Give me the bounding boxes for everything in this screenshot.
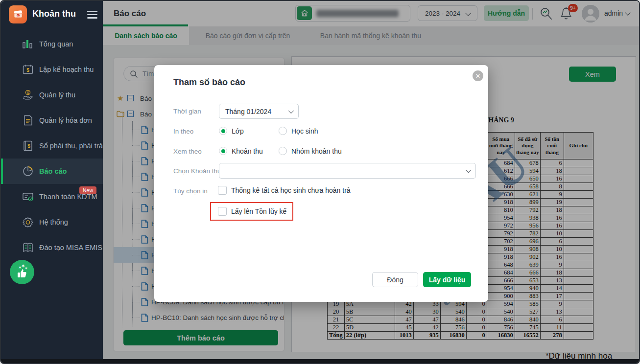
sidebar-item-2[interactable]: $Lập kế hoạch thu bbox=[1, 57, 103, 82]
sidebar-item-6[interactable]: Báo cáo bbox=[1, 159, 103, 184]
sidebar-item-3[interactable]: $Quản lý thu bbox=[1, 82, 103, 108]
time-select-value: Tháng 01/2024 bbox=[225, 108, 271, 115]
sidebar: $ Khoản thu Tổng quan$Lập kế hoạch thu$Q… bbox=[1, 1, 103, 364]
sidebar-header: $ Khoản thu bbox=[1, 1, 103, 28]
sidebar-item-8[interactable]: Hệ thống bbox=[1, 209, 103, 235]
radio-view-by-fee-group[interactable] bbox=[279, 147, 287, 155]
reward-thumbs-up-icon[interactable]: ✶ ✶ ✶ bbox=[10, 260, 34, 284]
time-select[interactable]: Tháng 01/2024 bbox=[219, 104, 299, 119]
radio-print-by-class-label[interactable]: Lớp bbox=[232, 127, 244, 135]
pie-chart-icon bbox=[22, 165, 34, 178]
ledger-icon: $ bbox=[22, 139, 34, 152]
chevron-down-icon bbox=[466, 167, 471, 173]
fee-select[interactable] bbox=[219, 163, 476, 179]
radio-view-by-fee-group-label[interactable]: Nhóm khoản thu bbox=[291, 147, 342, 155]
close-button[interactable]: Đóng bbox=[372, 272, 418, 287]
new-badge: New bbox=[79, 186, 96, 194]
fee-select-label: Chọn Khoản thu bbox=[173, 167, 221, 175]
sidebar-item-label: Tổng quan bbox=[39, 40, 73, 48]
app-window: $ Khoản thu Tổng quan$Lập kế hoạch thu$Q… bbox=[0, 0, 640, 364]
sidebar-item-label: Hệ thống bbox=[39, 218, 68, 226]
sidebar-item-label: Quản lý thu bbox=[39, 91, 75, 99]
hand-money-icon: $ bbox=[22, 89, 34, 101]
radio-print-by-class[interactable] bbox=[219, 127, 227, 135]
app-logo-icon: $ bbox=[9, 5, 27, 23]
training-book-icon bbox=[22, 241, 34, 254]
svg-text:$: $ bbox=[27, 91, 29, 94]
time-label: Thời gian bbox=[173, 108, 201, 115]
sidebar-item-label: Báo cáo bbox=[39, 167, 67, 175]
print-options-label: Tùy chọn in bbox=[173, 187, 208, 195]
svg-text:$: $ bbox=[27, 143, 30, 149]
red-highlight-annotation bbox=[210, 202, 293, 221]
hamburger-menu-icon[interactable] bbox=[87, 11, 97, 19]
gear-icon bbox=[22, 216, 34, 228]
close-icon[interactable]: ✕ bbox=[473, 70, 483, 81]
checkbox-all-unpaid-students[interactable] bbox=[218, 186, 227, 195]
window-bottom-strip bbox=[1, 359, 640, 363]
radio-view-by-fee-label[interactable]: Khoản thu bbox=[232, 147, 263, 155]
invoice-icon bbox=[22, 114, 34, 127]
view-by-label: Xem theo bbox=[173, 148, 202, 155]
sidebar-item-4[interactable]: Quản lý hóa đơn bbox=[1, 108, 103, 133]
sidebar-item-label: Quản lý hóa đơn bbox=[39, 116, 92, 124]
bar-chart-icon bbox=[22, 38, 34, 50]
radio-print-by-student-label[interactable]: Học sinh bbox=[291, 127, 318, 135]
sidebar-item-label: Lập kế hoạch thu bbox=[39, 66, 94, 73]
sidebar-item-5[interactable]: $Sổ phải thu, phải trả bbox=[1, 133, 103, 159]
radio-view-by-fee[interactable] bbox=[219, 147, 227, 155]
calendar-money-icon: $ bbox=[22, 63, 34, 76]
sidebar-item-1[interactable]: Tổng quan bbox=[1, 31, 103, 57]
report-parameters-modal: Tham số báo cáo ✕ Thời gian Tháng 01/202… bbox=[154, 65, 488, 302]
fetch-data-button[interactable]: Lấy dữ liệu bbox=[423, 272, 471, 287]
sidebar-item-label: Đào tạo MISA EMIS bbox=[39, 244, 102, 251]
checkbox-all-unpaid-students-label[interactable]: Thống kê tất cả học sinh chưa hoàn trả bbox=[231, 186, 351, 194]
card-payment-icon bbox=[22, 190, 34, 203]
radio-print-by-student[interactable] bbox=[279, 127, 287, 135]
chevron-down-icon bbox=[288, 108, 294, 113]
sidebar-item-label: Sổ phải thu, phải trả bbox=[39, 142, 103, 150]
modal-title: Tham số báo cáo bbox=[173, 77, 245, 88]
print-by-label: In theo bbox=[173, 128, 193, 135]
sidebar-item-9[interactable]: Đào tạo MISA EMIS bbox=[1, 235, 103, 260]
app-title: Khoản thu bbox=[32, 9, 76, 19]
sidebar-item-7[interactable]: Thanh toán KDTMNew bbox=[1, 184, 103, 209]
svg-text:$: $ bbox=[26, 68, 29, 73]
svg-text:✶: ✶ bbox=[24, 266, 28, 271]
